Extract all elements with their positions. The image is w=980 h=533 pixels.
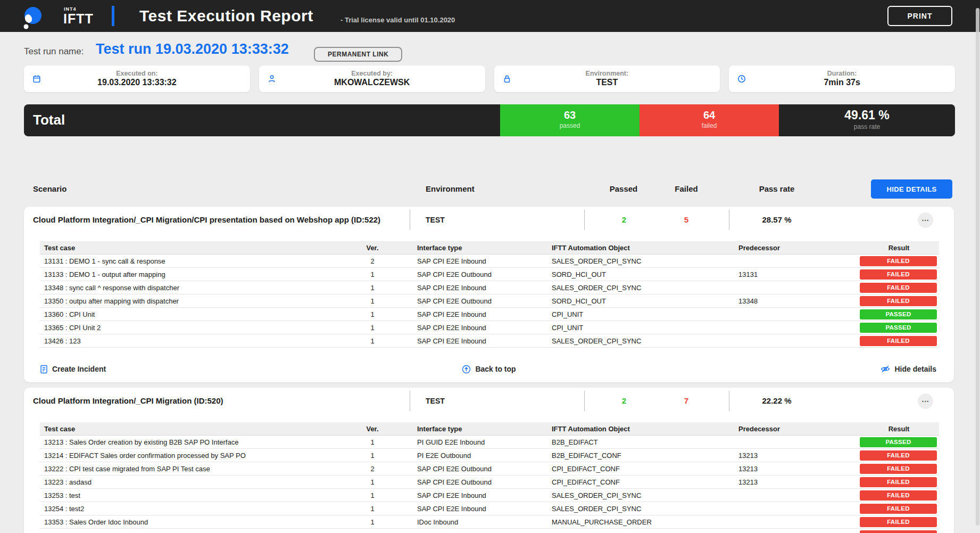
- total-passed-segment: 63 passed: [500, 104, 640, 136]
- test-case-predecessor-cell: 13213: [736, 465, 859, 473]
- environment-label: Environment:: [494, 70, 720, 77]
- divider: [729, 391, 729, 411]
- back-to-top-icon: [462, 365, 471, 374]
- total-summary-bar: Total 63 passed 64 failed 49.61 % pass r…: [24, 104, 955, 136]
- test-case-predecessor-cell: 13213: [736, 452, 859, 460]
- test-case-interface-cell: SAP CPI E2E Inbound: [396, 310, 549, 318]
- scenario-pass-rate: 22.22 %: [732, 396, 822, 405]
- test-case-result-cell: FAILED: [859, 283, 939, 293]
- test-case-name-cell: 13223 : asdasd: [40, 478, 348, 486]
- total-pass-rate-segment: 49.61 % pass rate: [779, 104, 955, 136]
- scenario-environment: TEST: [426, 216, 445, 224]
- test-case-ver-cell: 1: [348, 505, 396, 513]
- environment-value: TEST: [494, 78, 720, 87]
- column-failed: Failed: [660, 179, 713, 199]
- test-case-ver-cell: 1: [348, 310, 396, 318]
- test-case-automation-cell: SALES_ORDER_CPI_SYNC: [549, 284, 736, 292]
- test-case-interface-cell: SAP CPI E2E Inbound: [396, 284, 549, 292]
- test-case-interface-cell: SAP CPI E2E Outbound: [396, 465, 549, 473]
- result-badge: PASSED: [860, 323, 937, 333]
- scenario-card-522: Cloud Platform Integration/_CPI Migratio…: [24, 207, 954, 382]
- col-interface-type: Interface type: [396, 425, 549, 433]
- test-case-row: 13426 : 123 1 SAP CPI E2E Inbound SALES_…: [40, 334, 939, 348]
- test-case-interface-cell: SAP CPI E2E Inbound: [396, 337, 549, 345]
- test-case-ver-cell: 2: [348, 465, 396, 473]
- hide-details-label: Hide details: [894, 365, 936, 373]
- test-case-name-cell: 13254 : test2: [40, 505, 348, 513]
- scrollbar-thumb[interactable]: [976, 8, 979, 526]
- executed-on-card: Executed on: 19.03.2020 13:33:32: [24, 65, 250, 92]
- test-case-ver-cell: 1: [348, 438, 396, 446]
- license-note: - Trial license valid until 01.10.2020: [340, 16, 455, 24]
- test-case-name-cell: 13222 : CPI test case migrated from SAP …: [40, 465, 348, 473]
- duration-label: Duration:: [729, 70, 955, 77]
- hide-details-button[interactable]: HIDE DETAILS: [871, 179, 952, 199]
- col-ver: Ver.: [348, 244, 396, 252]
- permanent-link-button[interactable]: PERMANENT LINK: [314, 47, 402, 62]
- total-pass-rate-value: 49.61 %: [779, 108, 955, 122]
- test-case-automation-cell: SALES_ORDER_CPI_SYNC: [549, 505, 736, 513]
- scenario-card-520: Cloud Platform Integration/_CPI Migratio…: [24, 388, 954, 533]
- test-case-result-cell: FAILED: [859, 530, 939, 533]
- test-case-ver-cell: 1: [348, 337, 396, 345]
- scenario-more-menu-button[interactable]: ···: [918, 393, 933, 409]
- divider: [584, 391, 585, 411]
- test-case-table: Test case Ver. Interface type IFTT Autom…: [40, 422, 939, 533]
- col-interface-type: Interface type: [396, 244, 549, 252]
- test-case-interface-cell: PI GUID E2E Inbound: [396, 438, 549, 446]
- logo-text-iftt: IFTT: [63, 11, 94, 27]
- test-case-automation-cell: CPI_UNIT: [549, 324, 736, 332]
- result-badge: PASSED: [860, 309, 937, 319]
- hide-details-link[interactable]: Hide details: [881, 359, 936, 379]
- test-case-row: 13350 : outpu after mapping with dispatc…: [40, 294, 939, 308]
- test-case-result-cell: FAILED: [859, 490, 939, 501]
- test-case-ver-cell: 1: [348, 284, 396, 292]
- col-predecessor: Predecessor: [736, 244, 859, 252]
- test-case-row: 13254 : test2 1 SAP CPI E2E Inbound SALE…: [40, 502, 939, 515]
- test-case-automation-cell: CPI_UNIT: [549, 310, 736, 318]
- test-case-row: 13133 : DEMO 1 - output after mapping 1 …: [40, 268, 939, 281]
- scenario-title: Cloud Platform Integration/_CPI Migratio…: [33, 215, 380, 224]
- test-case-result-cell: FAILED: [859, 517, 939, 527]
- test-case-row: 13365 : CPI Unit 2 1 SAP CPI E2E Inbound…: [40, 321, 939, 334]
- test-case-automation-cell: SORD_HCI_OUT: [549, 270, 736, 278]
- col-test-case: Test case: [40, 244, 348, 252]
- scenario-passed-count: 2: [597, 215, 651, 224]
- result-badge: FAILED: [860, 504, 937, 514]
- col-automation-object: IFTT Automation Object: [549, 244, 736, 252]
- total-failed-label: failed: [640, 122, 779, 129]
- test-case-ver-cell: 1: [348, 518, 396, 526]
- test-case-interface-cell: SAP CPI E2E Inbound: [396, 491, 549, 499]
- logo-mark-icon: [19, 4, 61, 32]
- test-case-row: 13223 : asdasd 1 SAP CPI E2E Outbound CP…: [40, 475, 939, 489]
- test-case-name-cell: 13365 : CPI Unit 2: [40, 324, 348, 332]
- scenario-failed-count: 7: [660, 396, 713, 405]
- print-button[interactable]: PRINT: [887, 6, 952, 26]
- test-case-result-cell: FAILED: [859, 336, 939, 346]
- test-case-name-cell: 13214 : EDIFACT Sales order confirmation…: [40, 452, 348, 460]
- scenario-summary-row: Cloud Platform Integration/_CPI Migratio…: [24, 207, 954, 233]
- test-case-row: 13213 : Sales Order creation by existing…: [40, 436, 939, 449]
- test-case-result-cell: FAILED: [859, 477, 939, 487]
- test-case-name-cell: 13426 : 123: [40, 337, 348, 345]
- column-passed: Passed: [597, 179, 650, 199]
- divider: [410, 391, 410, 411]
- test-run-name-value: Test run 19.03.2020 13:33:32: [96, 41, 289, 58]
- test-case-automation-cell: SALES_ORDER_CPI_SYNC: [549, 337, 736, 345]
- divider: [729, 210, 729, 230]
- back-to-top-link[interactable]: Back to top: [24, 359, 954, 379]
- col-result: Result: [859, 425, 939, 433]
- test-case-ver-cell: 1: [348, 452, 396, 460]
- test-case-predecessor-cell: 13348: [736, 297, 859, 305]
- result-badge: FAILED: [860, 336, 937, 346]
- test-case-ver-cell: 1: [348, 324, 396, 332]
- test-case-ver-cell: 1: [348, 270, 396, 278]
- col-ver: Ver.: [348, 425, 396, 433]
- test-case-result-cell: FAILED: [859, 450, 939, 461]
- scenario-title: Cloud Platform Integration/_CPI Migratio…: [33, 396, 223, 405]
- test-case-interface-cell: SAP CPI E2E Inbound: [396, 505, 549, 513]
- scenario-more-menu-button[interactable]: ···: [918, 212, 933, 228]
- test-case-ver-cell: 2: [348, 257, 396, 265]
- environment-card: Environment: TEST: [494, 65, 720, 92]
- test-case-result-cell: PASSED: [859, 309, 939, 319]
